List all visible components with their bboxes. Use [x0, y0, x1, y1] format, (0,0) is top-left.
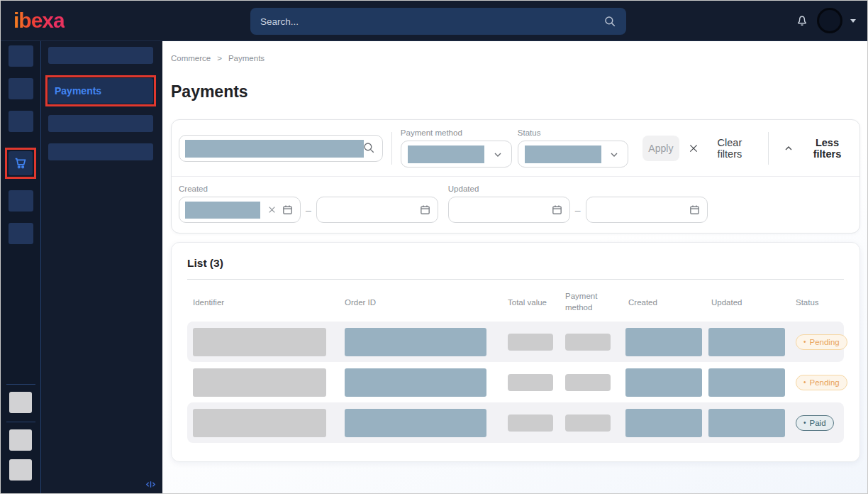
rail-bottom-section [6, 384, 35, 493]
status-label: Status [518, 128, 628, 137]
redacted-total-value [508, 415, 553, 432]
global-search-input[interactable] [250, 16, 603, 27]
redacted-updated-date [708, 409, 785, 437]
table-body: •Pending •Pending [187, 322, 844, 443]
sidebar-item-placeholder-2[interactable] [48, 115, 153, 132]
sidebar-collapse-icon[interactable] [145, 478, 157, 490]
annotation-highlight-commerce [5, 148, 36, 179]
column-order-id: Order ID [345, 298, 508, 307]
redacted-payment-method [565, 415, 611, 432]
redacted-payment-method [565, 334, 611, 351]
nav-icon-placeholder-2[interactable] [9, 78, 33, 99]
created-from-date-input[interactable] [179, 197, 301, 223]
vertical-divider [768, 132, 769, 165]
rail-bottom-placeholder-2[interactable] [9, 429, 32, 451]
chevron-up-icon [783, 143, 794, 154]
chevron-down-icon [608, 149, 620, 160]
status-dot-icon: • [803, 339, 806, 346]
redacted-selected-value [525, 146, 601, 163]
redacted-total-value [508, 334, 553, 351]
redacted-identifier [193, 409, 326, 437]
search-icon[interactable] [603, 15, 616, 28]
page-title: Payments [171, 82, 859, 101]
less-filters-label: Less filters [802, 137, 852, 160]
main-content: Commerce > Payments Payments Payment [162, 41, 867, 493]
updated-to-date-input[interactable] [586, 197, 708, 223]
created-to-date-input[interactable] [316, 197, 438, 223]
redacted-identifier [193, 328, 326, 356]
calendar-icon[interactable] [282, 204, 294, 216]
secondary-sidebar: Payments [41, 41, 162, 493]
sidebar-item-label: Payments [55, 85, 101, 97]
status-select[interactable] [518, 141, 628, 168]
payment-method-label: Payment method [401, 128, 512, 137]
rail-bottom-placeholder-1[interactable] [9, 392, 32, 413]
status-badge: •Pending [796, 375, 847, 390]
search-icon[interactable] [362, 141, 375, 154]
redacted-created-date [625, 328, 702, 356]
close-icon [688, 143, 699, 154]
updated-from-date-input[interactable] [448, 197, 570, 223]
column-updated: Updated [708, 298, 791, 307]
redacted-search-value [185, 140, 364, 158]
redacted-created-date [625, 409, 702, 437]
topbar-actions [795, 10, 856, 31]
status-badge: •Pending [796, 334, 847, 350]
app-window: ibexa [0, 0, 868, 494]
clear-date-icon[interactable] [267, 205, 277, 214]
sidebar-item-placeholder-1[interactable] [48, 47, 153, 64]
less-filters-button[interactable]: Less filters [783, 137, 852, 160]
sidebar-item-payments[interactable]: Payments [48, 78, 153, 104]
redacted-created-date [625, 368, 702, 397]
updated-label: Updated [448, 185, 708, 193]
redacted-updated-date [708, 328, 785, 356]
annotation-highlight-payments: Payments [45, 75, 156, 106]
breadcrumb: Commerce > Payments [171, 54, 859, 62]
list-divider [187, 279, 844, 280]
filter-search-field[interactable] [179, 135, 383, 162]
column-identifier: Identifier [187, 298, 345, 307]
calendar-icon[interactable] [551, 204, 563, 216]
calendar-icon[interactable] [689, 204, 701, 216]
nav-icon-placeholder-5[interactable] [9, 223, 33, 244]
commerce-cart-nav-button[interactable] [9, 151, 33, 175]
payments-list-panel: List (3) Identifier Order ID Total value… [171, 242, 860, 462]
nav-icon-placeholder-4[interactable] [9, 190, 33, 212]
updated-date-filter: Updated – [448, 185, 708, 223]
clear-filters-button[interactable]: Clear filters [688, 137, 754, 160]
nav-icon-placeholder-3[interactable] [9, 111, 33, 132]
notifications-bell-icon[interactable] [795, 13, 809, 28]
apply-button[interactable]: Apply [642, 136, 679, 161]
breadcrumb-payments: Payments [228, 54, 265, 62]
nav-icon-placeholder-1[interactable] [9, 45, 33, 67]
chevron-down-icon [492, 149, 503, 160]
filters-row-primary: Payment method Status [172, 120, 859, 177]
topbar: ibexa [1, 1, 867, 41]
table-row[interactable]: •Paid [187, 402, 844, 443]
user-avatar[interactable] [819, 10, 840, 31]
ibexa-logo: ibexa [13, 9, 65, 33]
status-filter: Status [518, 128, 628, 168]
rail-bottom-placeholder-3[interactable] [9, 459, 32, 481]
redacted-order-id [345, 409, 486, 437]
redacted-payment-method [565, 374, 611, 391]
icon-rail [1, 41, 41, 493]
cart-icon [13, 155, 28, 171]
sidebar-item-placeholder-3[interactable] [48, 143, 153, 160]
filters-panel: Payment method Status [171, 119, 860, 234]
range-separator: – [575, 204, 581, 216]
redacted-selected-value [408, 146, 484, 163]
vertical-divider [391, 132, 392, 165]
calendar-icon[interactable] [419, 204, 431, 216]
breadcrumb-commerce[interactable]: Commerce [171, 54, 211, 62]
redacted-updated-date [708, 368, 785, 397]
clear-filters-label: Clear filters [706, 137, 754, 160]
table-row[interactable]: •Pending [187, 362, 844, 402]
range-separator: – [306, 204, 311, 216]
column-status: Status [791, 298, 844, 307]
user-menu-caret-icon[interactable] [850, 19, 856, 23]
rail-divider [6, 384, 35, 385]
global-search[interactable] [250, 8, 626, 35]
payment-method-select[interactable] [401, 141, 512, 168]
table-row[interactable]: •Pending [187, 322, 844, 362]
